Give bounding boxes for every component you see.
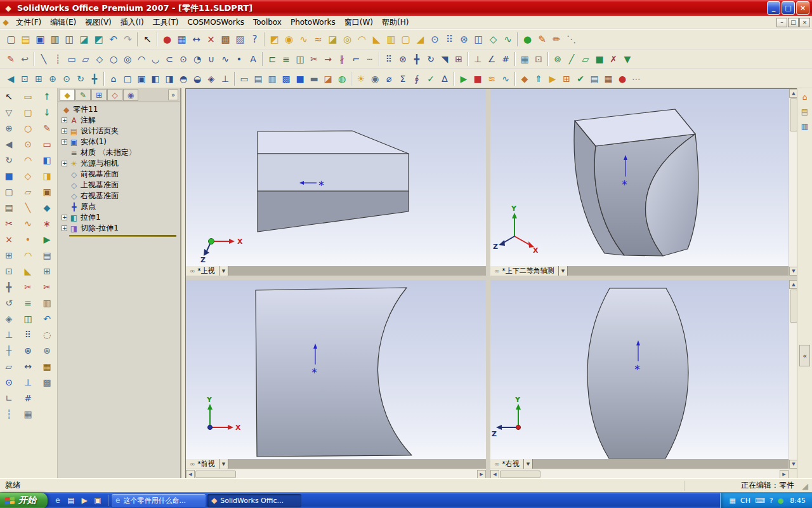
undo-side-icon[interactable]: ↶	[39, 311, 55, 326]
viewport-top-content[interactable]: ∗ X Z	[186, 89, 486, 266]
viewport-front-dropdown[interactable]: ▼	[219, 459, 228, 469]
viewport-front-tab[interactable]: ∞ *前视	[186, 459, 219, 469]
redo-icon[interactable]: ↷	[121, 32, 135, 47]
gem-side-icon[interactable]: ◆	[39, 199, 55, 215]
language-indicator-icon[interactable]: CH	[740, 497, 750, 505]
delete-item-icon[interactable]: ×	[1, 231, 17, 247]
pin-side-icon[interactable]: ∗	[39, 215, 55, 231]
split-entities-icon[interactable]: ∦	[335, 52, 349, 66]
menu-item-photoworks[interactable]: PhotoWorks	[286, 17, 340, 28]
edit-appearance-icon[interactable]: ▦	[174, 32, 189, 47]
menu-item-toolbox[interactable]: Toolbox	[249, 17, 286, 28]
shaded-icon[interactable]: ■	[293, 72, 307, 86]
toggle-filter-icon[interactable]: ▼	[620, 52, 634, 66]
display-relations-icon[interactable]: ∠	[485, 52, 499, 66]
zoom-to-fit-icon[interactable]: ⊡	[18, 72, 32, 86]
smart-dimension-icon[interactable]: ↔	[189, 32, 204, 47]
mirror-entities-icon[interactable]: ◫	[293, 52, 307, 66]
tree-item-design-binder[interactable]: +▤设计活页夹	[58, 126, 180, 137]
coordinate-system-icon[interactable]: ∟	[1, 390, 17, 406]
viewport-front-content[interactable]: ∗ Y X	[186, 280, 486, 459]
reference-geometry-icon[interactable]: ◇	[486, 32, 501, 47]
more-commands-icon[interactable]: ⋱	[564, 32, 579, 47]
scissors-icon[interactable]: ✂	[1, 215, 17, 231]
eraser-side-icon[interactable]: ▭	[39, 136, 55, 152]
cosmos-run-icon[interactable]: ▶	[457, 72, 471, 86]
filter-vertices-icon[interactable]: ⊚	[551, 52, 565, 66]
section-view-icon[interactable]: ◪	[321, 72, 335, 86]
rounded-rectangle-side-icon[interactable]: ▢	[20, 104, 36, 120]
convert-entities-icon[interactable]: ⊏	[265, 52, 279, 66]
hidden-lines-visible-icon[interactable]: ▤	[251, 72, 265, 86]
rebuild-icon[interactable]: ●	[160, 32, 174, 47]
copy-entities-icon[interactable]: ⊞	[452, 52, 466, 66]
chamfer-side-icon[interactable]: ◣	[20, 263, 36, 279]
trim-side-icon[interactable]: ✂	[20, 279, 36, 295]
new-document-icon[interactable]: ▢	[4, 32, 18, 47]
front-view-icon[interactable]: ▢	[121, 72, 134, 86]
menu-item-view[interactable]: 视图(V)	[81, 16, 116, 29]
isometric-view-icon[interactable]: ◈	[204, 72, 218, 86]
linear-pattern-side-icon[interactable]: ⠿	[20, 326, 36, 342]
zoom-to-selection-icon[interactable]: ⊙	[60, 72, 74, 86]
undo-icon[interactable]: ↶	[106, 32, 121, 47]
help-center-icon[interactable]: ?	[769, 497, 773, 505]
linear-sketch-pattern-icon[interactable]: ⠿	[382, 52, 396, 66]
rectangle-icon[interactable]: ▭	[65, 52, 79, 66]
wireframe-icon[interactable]: ▭	[237, 72, 251, 86]
pencil-side-icon[interactable]: ✎	[39, 120, 55, 136]
dimxpert-manager-tab[interactable]: ◇	[107, 89, 122, 101]
menu-item-cosmosworks[interactable]: COSMOSWorks	[183, 17, 249, 28]
swept-boss-icon[interactable]: ∿	[296, 32, 311, 47]
shell-icon[interactable]: ▢	[398, 32, 413, 47]
paste-side-icon[interactable]: ▥	[39, 295, 55, 311]
back-view-icon[interactable]: ▣	[134, 72, 148, 86]
viewport-right-content[interactable]: ∗ Y Z	[490, 280, 789, 459]
view-previous-icon[interactable]: ◀	[4, 72, 18, 86]
point-side-icon[interactable]: •	[20, 231, 36, 247]
camera-views-icon[interactable]: ◉	[368, 72, 382, 86]
macro-run-icon[interactable]: ▦	[601, 72, 615, 86]
property-manager-tab[interactable]: ✎	[75, 89, 91, 101]
design-checker-icon[interactable]: ✔	[573, 72, 587, 86]
line-icon[interactable]: ╲	[37, 52, 51, 66]
cut-side-icon[interactable]: ✂	[39, 279, 55, 295]
offset-side-icon[interactable]: ≡	[20, 295, 36, 311]
tree-item-annotations[interactable]: +A注解	[58, 115, 180, 126]
horizontal-scrollbar-right[interactable]: ◀ ▶	[490, 469, 789, 479]
hidden-lines-cube-icon[interactable]: ▤	[1, 199, 17, 215]
cosmos-plot-icon[interactable]: ≋	[485, 72, 499, 86]
tree-item-lights-cameras[interactable]: +☀光源与相机	[58, 158, 180, 169]
expand-toggle[interactable]: +	[62, 215, 67, 220]
filter-faces-icon[interactable]: ▱	[579, 52, 593, 66]
model-isometric-view[interactable]	[574, 109, 698, 256]
viewport-isometric-tab[interactable]: ∞ *上下二等角轴测	[490, 266, 559, 276]
animator-icon[interactable]: ▶	[546, 72, 560, 86]
fillet-icon[interactable]: ◠	[355, 32, 369, 47]
point-icon[interactable]: •	[232, 52, 246, 66]
tangent-arc-icon[interactable]: ◡	[148, 52, 162, 66]
normal-to-icon[interactable]: ⊥	[218, 72, 232, 86]
normal-to-side-icon[interactable]: ⊥	[1, 326, 17, 342]
viewport-right-dropdown[interactable]: ▼	[524, 459, 533, 469]
expand-toggle[interactable]: +	[62, 225, 67, 231]
menu-item-help[interactable]: 帮助(H)	[377, 16, 413, 29]
green-status-icon[interactable]: ●	[778, 497, 784, 505]
origin-display-icon[interactable]: ⊙	[1, 374, 17, 390]
filter-edges-icon[interactable]: ╱	[565, 52, 579, 66]
lofted-boss-icon[interactable]: ≈	[311, 32, 325, 47]
toolbox-browser-icon[interactable]: ⊞	[560, 72, 573, 86]
tree-root-part[interactable]: ◆ 零件11	[58, 104, 180, 115]
tree-item-solid-bodies[interactable]: +▣实体(1)	[58, 137, 180, 147]
texture-icon[interactable]: ▨	[233, 32, 247, 47]
polygon-side-icon[interactable]: ◇	[20, 168, 36, 184]
parabola-icon[interactable]: ∪	[204, 52, 218, 66]
sketch-text-icon[interactable]: A	[246, 52, 260, 66]
left-view-icon[interactable]: ◧	[148, 72, 162, 86]
maximize-button[interactable]: □	[782, 1, 795, 15]
redraw-icon[interactable]: ↻	[1, 152, 17, 168]
stamp-side-icon[interactable]: ▣	[39, 184, 55, 199]
menu-item-file[interactable]: 文件(F)	[11, 16, 46, 29]
task-scheduler-icon[interactable]: ▤	[587, 72, 601, 86]
viewport-isometric-dropdown[interactable]: ▼	[559, 266, 568, 276]
